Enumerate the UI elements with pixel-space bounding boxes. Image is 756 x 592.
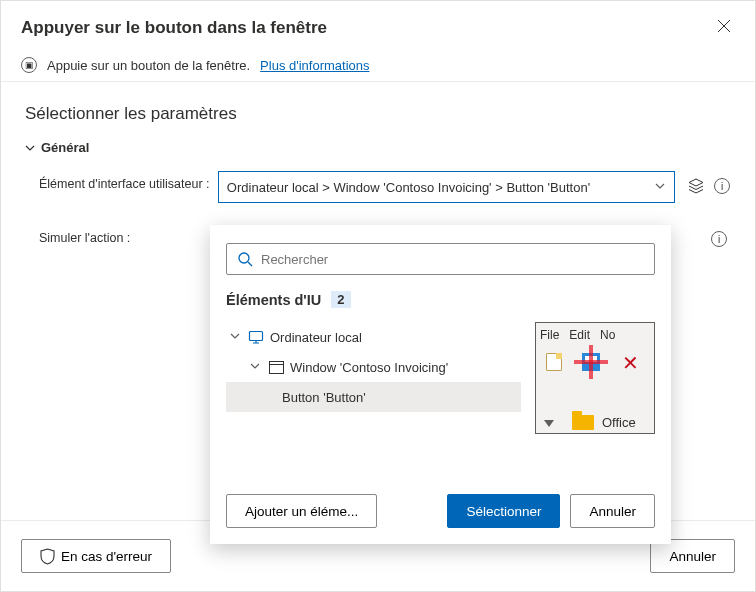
tree-item-label: Ordinateur local	[270, 330, 362, 345]
simulate-label: Simuler l'action :	[39, 225, 215, 245]
tree-item-button[interactable]: Button 'Button'	[226, 382, 521, 412]
chevron-down-icon	[250, 361, 262, 373]
layers-icon	[687, 177, 705, 195]
info-button[interactable]: i	[713, 177, 731, 195]
chevron-down-icon	[654, 180, 666, 195]
svg-rect-2	[269, 361, 283, 373]
ui-element-side-icons: i	[679, 171, 731, 195]
preview-delete-icon: ✕	[622, 351, 639, 375]
more-info-link[interactable]: Plus d'informations	[260, 58, 369, 73]
info-bar-icon: ▣	[21, 57, 37, 73]
preview-newfile-icon	[546, 353, 562, 371]
ui-element-row: Élément d'interface utilisateur : Ordina…	[39, 171, 731, 203]
ui-elements-count: 2	[331, 291, 350, 308]
dialog-cancel-button[interactable]: Annuler	[650, 539, 735, 573]
ui-element-selected-value: Ordinateur local > Window 'Contoso Invoi…	[227, 180, 590, 195]
search-box[interactable]	[226, 243, 655, 275]
preview-folder-icon	[572, 415, 594, 430]
window-icon	[268, 359, 284, 375]
tree-item-label: Window 'Contoso Invoicing'	[290, 360, 448, 375]
section-title: Sélectionner les paramètres	[1, 82, 755, 134]
select-label: Sélectionner	[466, 504, 541, 519]
dialog-header: Appuyer sur le bouton dans la fenêtre	[1, 1, 755, 49]
general-label: Général	[41, 140, 89, 155]
layers-button[interactable]	[687, 177, 705, 195]
add-element-label: Ajouter un éléme...	[245, 504, 358, 519]
tree-item-computer[interactable]: Ordinateur local	[226, 322, 521, 352]
search-icon	[237, 251, 253, 267]
info-icon: i	[711, 231, 727, 247]
info-bar-text: Appuie sur un bouton de la fenêtre.	[47, 58, 250, 73]
info-button[interactable]: i	[711, 231, 727, 247]
preview-save-icon	[582, 353, 600, 371]
dialog-title: Appuyer sur le bouton dans la fenêtre	[21, 18, 327, 38]
info-icon: i	[714, 178, 730, 194]
element-preview: File Edit No ✕ Office	[535, 322, 655, 434]
on-error-button[interactable]: En cas d'erreur	[21, 539, 171, 573]
preview-menu-edit: Edit	[569, 328, 590, 342]
monitor-icon	[248, 329, 264, 345]
ui-element-popover: Éléments d'IU 2 Ordinateur local	[210, 225, 671, 544]
preview-office-label: Office	[602, 415, 636, 430]
preview-menu-file: File	[540, 328, 559, 342]
ui-elements-label: Éléments d'IU	[226, 292, 321, 308]
tree-preview-area: Ordinateur local Window 'Contoso Invoici…	[226, 322, 655, 434]
preview-menu: File Edit No	[540, 328, 615, 342]
dialog-root: Appuyer sur le bouton dans la fenêtre ▣ …	[0, 0, 756, 592]
chevron-down-icon	[230, 331, 242, 343]
svg-rect-1	[250, 332, 263, 341]
svg-point-0	[239, 253, 249, 263]
popover-cancel-button[interactable]: Annuler	[570, 494, 655, 528]
info-bar: ▣ Appuie sur un bouton de la fenêtre. Pl…	[1, 49, 755, 81]
general-toggle[interactable]: Général	[25, 140, 731, 155]
chevron-down-icon	[25, 143, 35, 153]
search-input[interactable]	[261, 252, 644, 267]
shield-icon	[40, 548, 55, 565]
ui-element-tree: Ordinateur local Window 'Contoso Invoici…	[226, 322, 521, 434]
close-button[interactable]	[713, 15, 735, 41]
ui-element-select[interactable]: Ordinateur local > Window 'Contoso Invoi…	[218, 171, 675, 203]
dialog-cancel-label: Annuler	[669, 549, 716, 564]
tree-item-window[interactable]: Window 'Contoso Invoicing'	[226, 352, 521, 382]
popover-cancel-label: Annuler	[589, 504, 636, 519]
on-error-label: En cas d'erreur	[61, 549, 152, 564]
tree-item-label: Button 'Button'	[282, 390, 366, 405]
popover-footer: Ajouter un éléme... Sélectionner Annuler	[226, 494, 655, 528]
preview-dropdown-icon	[544, 420, 554, 427]
ui-elements-heading: Éléments d'IU 2	[226, 291, 655, 308]
close-icon	[717, 19, 731, 33]
add-element-button[interactable]: Ajouter un éléme...	[226, 494, 377, 528]
preview-menu-no: No	[600, 328, 615, 342]
ui-element-label: Élément d'interface utilisateur :	[39, 171, 214, 191]
select-button[interactable]: Sélectionner	[447, 494, 560, 528]
